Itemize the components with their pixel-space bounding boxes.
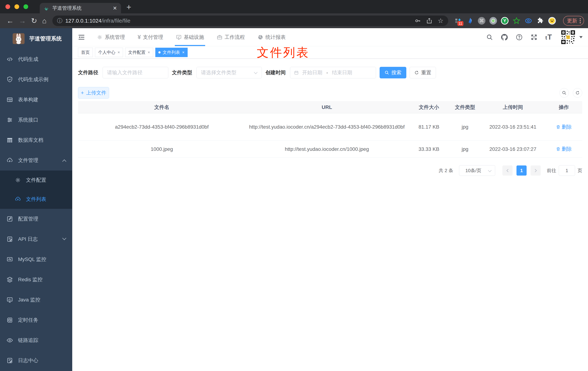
window-minimize-button[interactable] [14,4,19,9]
calendar-icon [294,70,299,75]
tag-close-icon[interactable]: × [182,50,185,55]
toggle-search-button[interactable] [559,88,569,97]
sidebar-item-label: MySQL 监控 [18,256,46,263]
bookmark-star-icon[interactable]: ☆ [438,17,443,25]
sidebar-item-redis-monitor[interactable]: Redis 监控 [0,269,72,290]
upload-file-button[interactable]: + 上传文件 [78,87,109,99]
cell-url: http://test.yudao.iocoder.cn/a294ecb2-73… [246,123,408,131]
sidebar-item-label: 文件管理 [18,157,38,164]
sidebar-item-tracing[interactable]: 链路追踪 [0,330,72,350]
monitor-check-icon [176,34,182,40]
select-placeholder: 请选择文件类型 [201,69,236,76]
topnav-system-management[interactable]: 系统管理 [96,28,126,46]
sidebar-item-api-log[interactable]: API 日志 [0,229,72,249]
help-icon[interactable] [516,34,523,41]
table-header: 文件名 URL 文件大小 文件类型 上传时间 操作 [78,101,582,113]
sidebar-item-label: 文件列表 [26,196,46,203]
reset-button[interactable]: 重置 [410,67,436,78]
sidebar-item-file-list[interactable]: 文件列表 [0,190,72,209]
sidebar-item-form-builder[interactable]: 表单构建 [0,90,72,110]
window-close-button[interactable] [5,4,10,9]
search-button[interactable]: 搜索 [380,67,406,78]
extension-star-icon[interactable] [513,17,520,25]
refresh-table-button[interactable] [573,88,582,97]
app-logo[interactable]: 芋道管理系统 [0,28,72,49]
form-table-icon [7,96,13,103]
window-zoom-button[interactable] [23,4,28,9]
tag-profile[interactable]: 个人中心 × [95,48,123,57]
sidebar-item-label: 代码生成 [18,56,38,63]
search-icon[interactable] [486,34,493,41]
topnav-payment-management[interactable]: ¥ 支付管理 [136,28,164,46]
tag-file-list[interactable]: 文件列表 × [155,48,188,57]
tag-file-config[interactable]: 文件配置 × [125,48,153,57]
tab-close-icon[interactable]: ✕ [113,5,117,11]
topnav-label: 基础设施 [184,34,204,41]
date-range-picker[interactable]: 开始日期 - 结束日期 [290,67,376,78]
sidebar-item-system-api[interactable]: 系统接口 [0,110,72,130]
sidebar-item-label: API 日志 [18,236,38,243]
password-key-icon[interactable] [415,18,421,24]
github-icon[interactable] [501,34,508,41]
prev-page-button[interactable] [502,165,513,176]
user-avatar-qr[interactable] [560,29,576,45]
sidebar-collapse-icon[interactable] [78,34,85,41]
sidebar-item-label: Java 监控 [18,297,40,303]
extension-kite-icon[interactable] [466,17,474,25]
share-icon[interactable] [426,18,432,24]
gear-icon [15,177,21,183]
extensions-puzzle-icon[interactable] [536,17,544,25]
sidebar-item-db-doc[interactable]: 数据库文档 [0,130,72,150]
topnav-infrastructure[interactable]: 基础设施 [175,28,205,46]
sidebar-item-code-generation[interactable]: 代码生成 [0,49,72,69]
delete-button[interactable]: 删除 [556,124,572,130]
file-path-input[interactable] [103,67,168,78]
sidebar-item-code-example[interactable]: 代码生成示例 [0,69,72,90]
browser-tab[interactable]: 芋道管理系统 ✕ [40,3,121,13]
tag-label: 文件配置 [128,50,146,55]
sidebar-item-config-management[interactable]: 配置管理 [0,209,72,229]
avatar-dropdown-caret[interactable] [579,36,583,38]
goto-page-input[interactable] [559,165,575,176]
tag-close-icon[interactable]: × [117,50,120,55]
page-number-current[interactable]: 1 [516,165,527,176]
refresh-icon [414,70,419,75]
address-bar[interactable]: ⓘ 127.0.0.1:1024/infra/file/file ☆ [52,16,448,26]
active-dot [158,51,160,53]
fullscreen-icon[interactable] [531,34,537,41]
sidebar-item-file-management[interactable]: 文件管理 [0,150,72,170]
extension-tabs-icon[interactable]: 11 [454,17,462,25]
cell-url: http://test.yudao.iocoder.cn/1000.jpeg [246,145,408,153]
new-tab-button[interactable]: + [126,2,131,12]
extension-y-icon[interactable]: Y [501,17,509,25]
home-button[interactable]: ⌂ [42,17,47,25]
reload-button[interactable]: ↻ [31,17,37,25]
extension-cmd-icon[interactable]: ⌘ [478,17,485,25]
tag-close-icon[interactable]: × [148,50,150,55]
sidebar-item-scheduled-tasks[interactable]: 定时任务 [0,310,72,330]
extension-eye-icon[interactable] [525,17,532,25]
page-size-select[interactable]: 10条/页 [459,165,495,176]
sidebar-item-file-config[interactable]: 文件配置 [0,170,72,190]
sidebar-item-java-monitor[interactable]: Java 监控 [0,290,72,310]
profile-avatar-icon[interactable] [548,17,556,25]
site-info-icon[interactable]: ⓘ [57,17,63,25]
sidebar-item-log-center[interactable]: 日志中心 [0,350,72,371]
font-size-icon[interactable]: tT [545,33,552,41]
sidebar-item-mysql-monitor[interactable]: MySQL 监控 [0,249,72,269]
browser-update-button[interactable]: 更新 [563,16,584,26]
cell-filename: 1000.jpeg [78,146,246,152]
eye-icon [7,337,13,344]
sidebar-item-label: 链路追踪 [18,337,38,344]
browser-menu-icon[interactable] [580,18,581,23]
topnav-statistics[interactable]: 统计报表 [256,28,287,46]
forward-button[interactable]: → [19,17,26,25]
tag-home[interactable]: 首页 [78,48,93,57]
back-button[interactable]: ← [7,17,14,25]
topnav-workflow[interactable]: 工作流程 [216,28,246,46]
file-type-select[interactable]: 请选择文件类型 [197,67,262,78]
col-type: 文件类型 [450,104,480,111]
delete-button[interactable]: 删除 [556,146,572,152]
next-page-button[interactable] [531,165,541,176]
extension-camera-icon[interactable] [489,17,497,25]
